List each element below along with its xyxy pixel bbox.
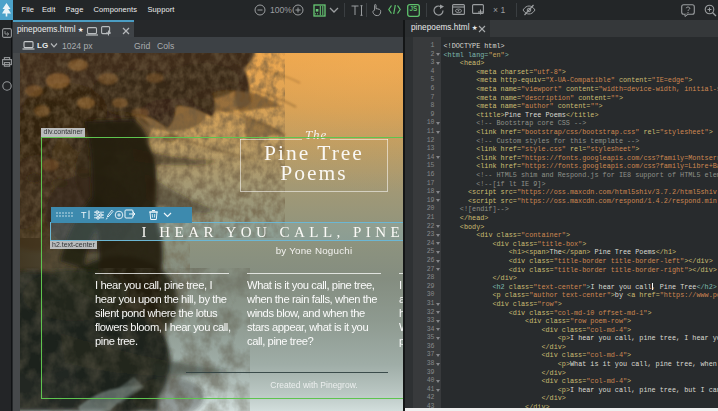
svg-text:T: T [81,210,87,220]
